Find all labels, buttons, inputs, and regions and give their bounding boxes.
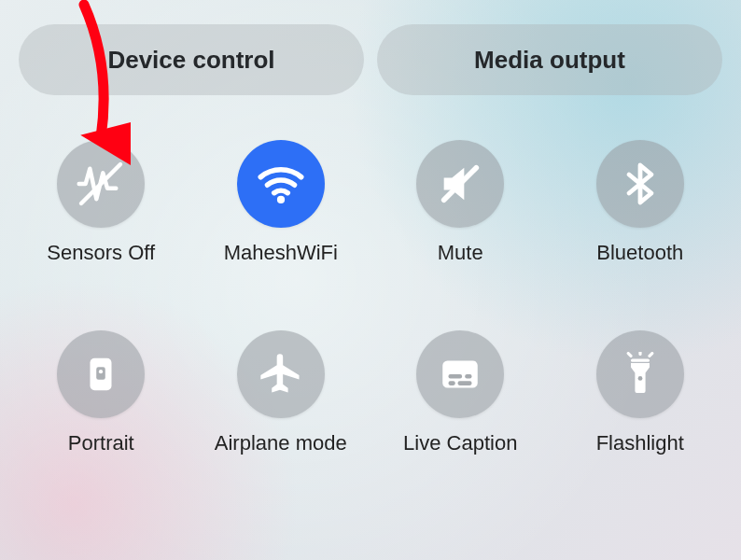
flashlight-icon — [618, 352, 663, 397]
tile-airplane-mode: Airplane mode — [191, 330, 371, 455]
tile-bluetooth: Bluetooth — [551, 140, 731, 265]
tile-flashlight: Flashlight — [551, 330, 731, 455]
tile-airplane-mode-toggle[interactable] — [237, 330, 325, 418]
tile-portrait-label: Portrait — [68, 431, 134, 455]
tile-mute-toggle[interactable] — [416, 140, 504, 228]
tile-flashlight-toggle[interactable] — [596, 330, 684, 418]
airplane-icon — [257, 350, 305, 399]
svg-rect-7 — [449, 374, 463, 379]
svg-point-5 — [99, 370, 103, 373]
tile-mute: Mute — [370, 140, 551, 265]
tile-wifi-toggle[interactable] — [237, 140, 325, 228]
media-output-label: Media output — [474, 46, 625, 75]
tile-portrait: Portrait — [11, 330, 191, 455]
tile-bluetooth-toggle[interactable] — [596, 140, 684, 228]
caption-icon — [437, 351, 483, 398]
mute-icon — [436, 160, 484, 208]
tile-mute-label: Mute — [438, 241, 483, 265]
tile-wifi: MaheshWiFi — [191, 140, 371, 265]
quick-settings-panel: Device control Media output Sensors Off … — [0, 0, 741, 560]
tile-grid: Sensors Off MaheshWiFi Mute — [0, 140, 741, 455]
svg-line-15 — [650, 354, 652, 357]
tile-portrait-toggle[interactable] — [57, 330, 145, 418]
tile-flashlight-label: Flashlight — [596, 431, 684, 455]
svg-point-1 — [277, 196, 285, 203]
svg-line-14 — [628, 354, 631, 357]
bluetooth-icon — [618, 161, 663, 206]
sensors-off-icon — [75, 158, 127, 210]
svg-rect-8 — [465, 374, 471, 379]
tile-sensors-off-label: Sensors Off — [47, 241, 155, 265]
portrait-icon — [79, 353, 122, 396]
svg-point-12 — [637, 376, 642, 381]
device-control-label: Device control — [107, 46, 274, 75]
tile-airplane-mode-label: Airplane mode — [215, 431, 347, 455]
tile-sensors-off: Sensors Off — [11, 140, 191, 265]
topbar: Device control Media output — [0, 0, 741, 95]
tile-sensors-off-toggle[interactable] — [57, 140, 145, 228]
tile-live-caption-label: Live Caption — [403, 431, 517, 455]
tile-bluetooth-label: Bluetooth — [596, 241, 683, 265]
device-control-button[interactable]: Device control — [19, 24, 364, 95]
svg-rect-10 — [458, 381, 472, 385]
wifi-icon — [254, 157, 308, 211]
tile-live-caption: Live Caption — [370, 330, 551, 455]
tile-wifi-label: MaheshWiFi — [224, 241, 338, 265]
svg-rect-9 — [449, 381, 455, 385]
svg-rect-11 — [631, 359, 650, 362]
media-output-button[interactable]: Media output — [377, 24, 722, 95]
tile-live-caption-toggle[interactable] — [416, 330, 504, 418]
